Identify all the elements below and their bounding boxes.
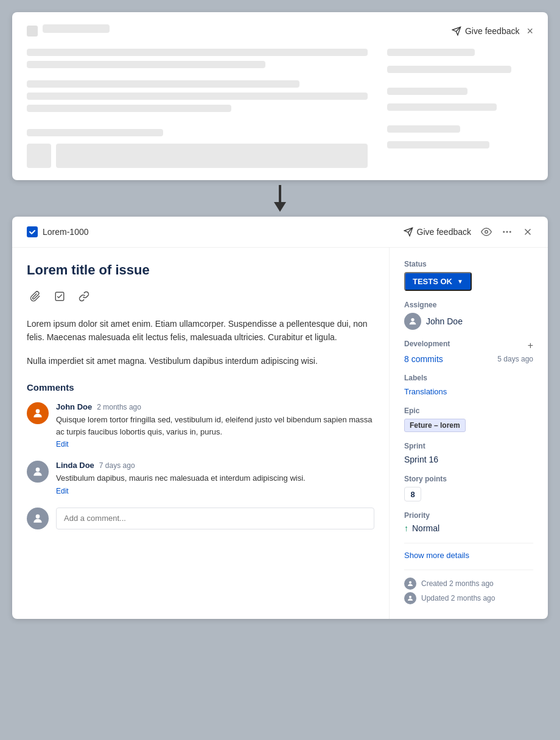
skeleton-line [387, 125, 460, 133]
top-card-actions: Give feedback × [452, 25, 533, 38]
status-badge[interactable]: TESTS OK ▼ [404, 272, 472, 291]
svg-point-1 [503, 231, 505, 233]
comment-time: 2 months ago [97, 403, 141, 411]
created-row: Created 2 months ago [404, 578, 533, 590]
avatar-icon [32, 466, 44, 478]
comment-content: John Doe 2 months ago Quisque lorem tort… [56, 402, 374, 449]
labels-section: Labels Translations [404, 374, 533, 397]
user-icon-small-2 [407, 595, 414, 602]
arrow-shaft [279, 185, 281, 202]
comment-edit-button-2[interactable]: Edit [56, 487, 306, 495]
watch-button[interactable] [481, 226, 492, 237]
comment-author: Linda Doe [56, 461, 94, 470]
bottom-card: Lorem-1000 Give feedback [12, 217, 548, 619]
more-options-button[interactable] [502, 226, 513, 237]
epic-section: Epic Feture – lorem [404, 407, 533, 432]
skeleton-line [387, 49, 475, 56]
skeleton-issue-id [43, 24, 110, 33]
paperclip-icon [30, 291, 41, 302]
skeleton-right [387, 49, 533, 168]
updated-user-icon [404, 592, 416, 604]
feedback-button[interactable]: Give feedback [404, 227, 472, 237]
issue-id-label: Lorem-1000 [43, 227, 89, 237]
dev-header: Development + [404, 340, 533, 352]
comment-item: Linda Doe 7 days ago Vestibulum dapibus,… [27, 461, 374, 495]
comment-author: John Doe [56, 402, 92, 411]
issue-checkbox [27, 226, 38, 237]
checkbox-check-icon [29, 228, 36, 236]
development-section: Development + 8 commits 5 days ago [404, 340, 533, 364]
bottom-card-body: Lorem title of issue [12, 248, 548, 619]
comment-content: Linda Doe 7 days ago Vestibulum dapibus,… [56, 461, 306, 495]
down-arrow [274, 185, 286, 212]
close-button[interactable] [522, 226, 533, 237]
megaphone-icon [452, 26, 461, 36]
sprint-label: Sprint [404, 442, 533, 450]
commits-link[interactable]: 8 commits [404, 354, 443, 364]
status-value: TESTS OK [413, 277, 452, 286]
assignee-section: Assignee John Doe [404, 301, 533, 330]
assignee-name: John Doe [426, 316, 463, 326]
attachment-button[interactable] [27, 288, 44, 305]
checklist-button[interactable] [51, 288, 68, 305]
created-user-icon [404, 578, 416, 590]
skeleton-line [27, 61, 265, 68]
avatar-icon [32, 407, 44, 419]
close-icon [522, 226, 533, 237]
priority-row: ↑ Normal [404, 523, 533, 533]
comment-header: John Doe 2 months ago [56, 402, 374, 411]
eye-icon [481, 226, 492, 237]
skeleton-input-row [27, 144, 368, 168]
comments-title: Comments [27, 382, 374, 393]
issue-title: Lorem title of issue [27, 262, 374, 278]
side-panel: Status TESTS OK ▼ Assignee John Doe [390, 248, 548, 619]
megaphone-icon [404, 227, 413, 237]
top-card-title-row [27, 24, 110, 38]
assignee-row: John Doe [404, 313, 533, 330]
divider-2 [404, 570, 533, 570]
comment-text: Vestibulum dapibus, mauris nec malesuada… [56, 472, 306, 484]
svg-point-8 [36, 468, 40, 472]
top-feedback-button[interactable]: Give feedback [452, 26, 520, 36]
label-tag[interactable]: Translations [404, 387, 447, 396]
bottom-card-header: Lorem-1000 Give feedback [12, 217, 548, 248]
epic-tag[interactable]: Feture – lorem [404, 419, 466, 432]
arrow-head [274, 202, 286, 212]
development-label: Development [404, 340, 450, 348]
skeleton-input-sq [27, 144, 51, 168]
sprint-section: Sprint Sprint 16 [404, 442, 533, 465]
top-close-button[interactable]: × [527, 25, 533, 38]
comment-avatar-john [27, 402, 49, 424]
comment-edit-button[interactable]: Edit [56, 440, 374, 449]
description-1: Lorem ipsum dolor sit amet enim. Etiam u… [27, 317, 374, 344]
comments-section: Comments John Doe 2 months ago [27, 382, 374, 529]
ellipsis-icon [502, 226, 513, 237]
status-label: Status [404, 260, 533, 268]
current-user-avatar [27, 508, 49, 529]
skeleton-line [27, 49, 368, 56]
add-comment-input[interactable] [56, 508, 374, 529]
skeleton-line [27, 129, 163, 136]
user-icon-small [407, 580, 414, 587]
main-panel: Lorem title of issue [12, 248, 390, 619]
add-development-button[interactable]: + [528, 340, 533, 351]
svg-point-10 [411, 318, 414, 321]
comment-text: Quisque lorem tortor fringilla sed, vest… [56, 414, 374, 438]
story-points-section: Story points 8 [404, 475, 533, 501]
svg-point-9 [36, 514, 40, 518]
svg-point-3 [509, 231, 511, 233]
status-section: Status TESTS OK ▼ [404, 260, 533, 291]
show-more-link[interactable]: Show more details [404, 551, 533, 560]
created-text: Created 2 months ago [421, 579, 494, 588]
issue-id-row: Lorem-1000 [27, 226, 89, 237]
add-comment-row [27, 508, 374, 529]
link-button[interactable] [75, 288, 93, 305]
top-feedback-label: Give feedback [465, 26, 520, 36]
link-icon [79, 291, 89, 302]
priority-value: Normal [412, 523, 439, 533]
top-card-header: Give feedback × [27, 24, 533, 38]
updated-row: Updated 2 months ago [404, 592, 533, 604]
priority-section: Priority ↑ Normal [404, 511, 533, 533]
svg-point-0 [485, 231, 488, 234]
feedback-label: Give feedback [417, 227, 472, 237]
